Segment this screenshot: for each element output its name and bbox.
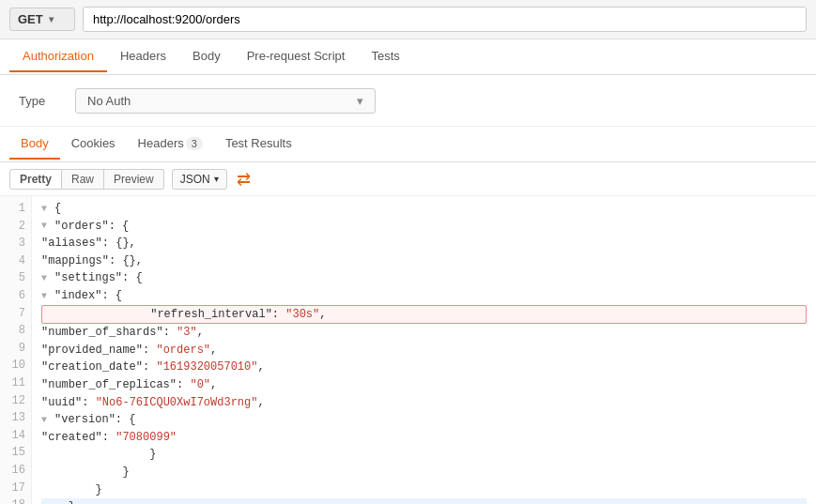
url-input[interactable] xyxy=(83,7,807,32)
code-line-10: "creation_date": "1619320057010", xyxy=(41,359,807,376)
code-line-1: ▼ { xyxy=(41,200,807,218)
format-label: JSON xyxy=(180,173,210,186)
tab-pre-request-script[interactable]: Pre-request Script xyxy=(234,41,359,72)
response-tab-test-results[interactable]: Test Results xyxy=(214,129,303,160)
code-area: 12345678910111213141516171819 ▼ { ▼ "ord… xyxy=(0,196,816,504)
response-tab-cookies[interactable]: Cookies xyxy=(60,129,127,160)
auth-section: Type No Auth ▾ xyxy=(0,75,816,127)
pretty-button[interactable]: Pretty xyxy=(9,169,62,190)
format-select[interactable]: JSON ▾ xyxy=(172,169,227,190)
response-tab-headers[interactable]: Headers3 xyxy=(127,129,214,160)
code-line-6: ▼ "index": { xyxy=(41,287,807,305)
response-tabs-row: Body Cookies Headers3 Test Results xyxy=(0,127,816,162)
headers-badge: 3 xyxy=(186,137,203,150)
auth-value: No Auth xyxy=(87,94,131,108)
code-line-18: } xyxy=(41,498,807,504)
code-line-17: } xyxy=(41,481,807,499)
request-tabs-row: Authorization Headers Body Pre-request S… xyxy=(0,39,816,75)
line-numbers: 12345678910111213141516171819 xyxy=(0,196,32,504)
code-line-2: ▼ "orders": { xyxy=(41,218,807,236)
tab-tests[interactable]: Tests xyxy=(358,41,412,72)
response-tab-body[interactable]: Body xyxy=(9,129,60,160)
auth-type-select[interactable]: No Auth ▾ xyxy=(75,88,376,114)
tab-headers[interactable]: Headers xyxy=(107,41,179,72)
code-line-16: } xyxy=(41,464,807,481)
tab-authorization[interactable]: Authorization xyxy=(9,41,107,72)
fold-arrow-13[interactable]: ▼ xyxy=(41,413,53,428)
top-bar: GET ▾ xyxy=(0,0,816,39)
auth-type-label: Type xyxy=(19,94,75,108)
code-line-5: ▼ "settings": { xyxy=(41,269,807,287)
code-line-9: "provided_name": "orders", xyxy=(41,342,807,359)
method-label: GET xyxy=(18,12,43,26)
code-line-3: "aliases": {}, xyxy=(41,235,807,252)
fold-arrow-2[interactable]: ▼ xyxy=(41,219,53,234)
code-content: ▼ { ▼ "orders": { "aliases": {}, "mappin… xyxy=(32,196,816,504)
code-line-8: "number_of_shards": "3", xyxy=(41,324,807,342)
fold-arrow-1[interactable]: ▼ xyxy=(41,202,53,217)
method-select[interactable]: GET ▾ xyxy=(9,8,75,31)
format-chevron: ▾ xyxy=(214,174,219,184)
preview-button[interactable]: Preview xyxy=(104,169,164,190)
tab-body[interactable]: Body xyxy=(179,41,234,72)
code-line-11: "number_of_replicas": "0", xyxy=(41,376,807,394)
code-line-12: "uuid": "No6-76ICQU0XwI7oWd3rng", xyxy=(41,394,807,412)
fold-arrow-6[interactable]: ▼ xyxy=(41,289,53,304)
method-chevron: ▾ xyxy=(49,14,54,24)
code-line-13: ▼ "version": { xyxy=(41,411,807,429)
raw-button[interactable]: Raw xyxy=(62,169,104,190)
auth-chevron: ▾ xyxy=(357,94,363,108)
wrap-icon[interactable]: ⇄ xyxy=(237,169,251,190)
fold-arrow-5[interactable]: ▼ xyxy=(41,271,53,286)
code-toolbar: Pretty Raw Preview JSON ▾ ⇄ xyxy=(0,162,816,196)
code-line-14: "created": "7080099" xyxy=(41,429,807,447)
code-line-7: "refresh_interval": "30s", xyxy=(41,305,807,325)
code-line-4: "mappings": {}, xyxy=(41,252,807,270)
code-line-15: } xyxy=(41,446,807,464)
